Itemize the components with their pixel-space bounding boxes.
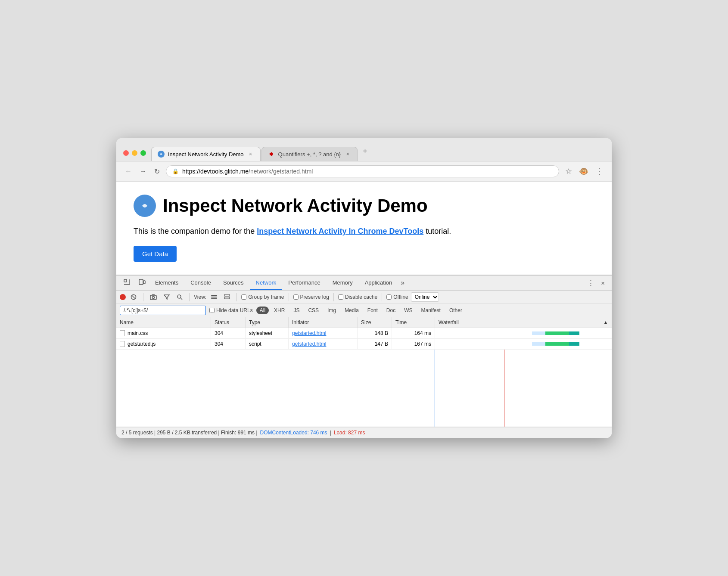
tab-favicon-glitch-icon bbox=[158, 151, 165, 158]
cell-time-2: 167 ms bbox=[392, 339, 435, 349]
filter-type-css[interactable]: CSS bbox=[305, 307, 322, 314]
table-row[interactable]: getstarted.js 304 script getstarted.html… bbox=[116, 339, 612, 350]
col-waterfall-label: Waterfall bbox=[439, 319, 459, 325]
forward-button[interactable]: → bbox=[138, 166, 148, 177]
more-tabs-button[interactable]: » bbox=[398, 276, 407, 290]
disable-cache-group: Disable cache bbox=[338, 294, 377, 300]
record-button[interactable] bbox=[120, 294, 126, 300]
traffic-lights bbox=[123, 150, 146, 161]
toolbar-separator-3 bbox=[236, 293, 237, 301]
tab-elements[interactable]: Elements bbox=[149, 276, 184, 290]
new-tab-button[interactable]: + bbox=[358, 143, 372, 161]
waterfall-recv-1 bbox=[545, 331, 569, 335]
preserve-log-checkbox[interactable] bbox=[293, 294, 299, 300]
page-description: This is the companion demo for the Inspe… bbox=[134, 226, 594, 237]
waterfall-wait-1 bbox=[532, 331, 546, 335]
cell-waterfall-1 bbox=[435, 328, 612, 338]
col-initiator[interactable]: Initiator bbox=[289, 317, 358, 328]
col-status[interactable]: Status bbox=[211, 317, 246, 328]
filter-type-xhr[interactable]: XHR bbox=[271, 307, 288, 314]
filter-button[interactable] bbox=[162, 293, 172, 301]
devtools-more-options[interactable]: ⋮ bbox=[584, 276, 597, 289]
hide-data-urls-label: Hide data URLs bbox=[216, 307, 253, 313]
filter-type-js[interactable]: JS bbox=[290, 307, 303, 314]
browser-toolbar-right: ☆ 🐵 ⋮ bbox=[563, 165, 605, 178]
disable-cache-checkbox[interactable] bbox=[338, 294, 343, 300]
list-view-button[interactable] bbox=[209, 294, 219, 300]
col-size[interactable]: Size bbox=[358, 317, 392, 328]
load-status: Load: 827 ms bbox=[334, 430, 365, 436]
cell-size-2: 147 B bbox=[358, 339, 392, 349]
offline-checkbox[interactable] bbox=[386, 294, 392, 300]
bookmark-button[interactable]: ☆ bbox=[563, 165, 574, 178]
col-type[interactable]: Type bbox=[246, 317, 289, 328]
tab-network[interactable]: Network bbox=[250, 276, 283, 290]
toolbar-separator-1 bbox=[143, 293, 143, 301]
table-row[interactable]: main.css 304 stylesheet getstarted.html … bbox=[116, 328, 612, 339]
col-time[interactable]: Time bbox=[392, 317, 435, 328]
cell-initiator-2[interactable]: getstarted.html bbox=[289, 339, 358, 349]
tab-performance[interactable]: Performance bbox=[282, 276, 326, 290]
tab-close-1[interactable]: × bbox=[247, 151, 254, 158]
device-toolbar-icon[interactable] bbox=[134, 276, 149, 290]
dom-content-loaded-line bbox=[435, 350, 436, 427]
avatar-button[interactable]: 🐵 bbox=[577, 165, 590, 178]
status-1: 304 bbox=[215, 330, 223, 336]
tab-console[interactable]: Console bbox=[184, 276, 217, 290]
filter-type-doc[interactable]: Doc bbox=[383, 307, 399, 314]
col-waterfall[interactable]: Waterfall ▲ bbox=[435, 317, 612, 328]
tab-sources[interactable]: Sources bbox=[217, 276, 250, 290]
close-traffic-light[interactable] bbox=[123, 150, 129, 156]
filter-type-ws[interactable]: WS bbox=[401, 307, 416, 314]
offline-label: Offline bbox=[393, 294, 408, 300]
filter-input[interactable] bbox=[120, 306, 206, 315]
back-button[interactable]: ← bbox=[123, 166, 134, 177]
tab-close-2[interactable]: × bbox=[344, 151, 351, 158]
time-1: 164 ms bbox=[414, 330, 431, 336]
inspect-element-icon[interactable] bbox=[120, 276, 134, 290]
waterfall-extra-2 bbox=[569, 342, 579, 346]
more-menu-button[interactable]: ⋮ bbox=[594, 165, 605, 178]
url-bar[interactable]: 🔒 https://devtools.glitch.me/network/get… bbox=[166, 165, 559, 177]
maximize-traffic-light[interactable] bbox=[140, 150, 146, 156]
devtools-close-button[interactable]: × bbox=[597, 277, 608, 289]
disable-cache-label: Disable cache bbox=[345, 294, 377, 300]
cell-initiator-1[interactable]: getstarted.html bbox=[289, 328, 358, 338]
col-time-label: Time bbox=[395, 319, 407, 325]
sort-arrow: ▲ bbox=[603, 319, 608, 325]
get-data-button[interactable]: Get Data bbox=[134, 246, 177, 262]
type-1: stylesheet bbox=[249, 330, 272, 336]
tab-quantifiers[interactable]: ✱ Quantifiers +, *, ? and {n} × bbox=[261, 147, 358, 161]
clear-button[interactable] bbox=[128, 293, 139, 301]
waterfall-wait-2 bbox=[532, 342, 546, 346]
large-rows-button[interactable] bbox=[222, 293, 232, 301]
tab-inspect-network[interactable]: Inspect Network Activity Demo × bbox=[151, 147, 261, 161]
reload-button[interactable]: ↻ bbox=[152, 166, 162, 177]
cell-type-2: script bbox=[246, 339, 289, 349]
filter-type-media[interactable]: Media bbox=[341, 307, 362, 314]
preserve-log-group: Preserve log bbox=[293, 294, 329, 300]
minimize-traffic-light[interactable] bbox=[132, 150, 137, 156]
status-base: 2 / 5 requests | 295 B / 2.5 KB transfer… bbox=[121, 430, 258, 436]
camera-button[interactable] bbox=[148, 293, 159, 301]
filter-type-all[interactable]: All bbox=[256, 307, 269, 314]
toolbar-separator-2 bbox=[189, 293, 190, 301]
filter-type-img[interactable]: Img bbox=[324, 307, 339, 314]
filter-type-font[interactable]: Font bbox=[364, 307, 381, 314]
cell-waterfall-2 bbox=[435, 339, 612, 349]
group-by-frame-group: Group by frame bbox=[241, 294, 284, 300]
col-name[interactable]: Name bbox=[116, 317, 211, 328]
description-prefix: This is the companion demo for the bbox=[134, 227, 257, 235]
tab-application[interactable]: Application bbox=[359, 276, 398, 290]
filter-type-other[interactable]: Other bbox=[446, 307, 466, 314]
group-by-frame-checkbox[interactable] bbox=[241, 294, 246, 300]
filter-type-manifest[interactable]: Manifest bbox=[418, 307, 444, 314]
toolbar-separator-6 bbox=[382, 293, 382, 301]
devtools-link[interactable]: Inspect Network Activity In Chrome DevTo… bbox=[257, 227, 423, 235]
tab-memory[interactable]: Memory bbox=[327, 276, 359, 290]
search-button[interactable] bbox=[174, 293, 185, 301]
tab-favicon-regex-icon: ✱ bbox=[268, 151, 275, 158]
throttle-select[interactable]: Online bbox=[411, 292, 439, 302]
devtools-panel: Elements Console Sources Network Perform… bbox=[116, 275, 612, 438]
hide-data-urls-checkbox[interactable] bbox=[209, 308, 215, 313]
